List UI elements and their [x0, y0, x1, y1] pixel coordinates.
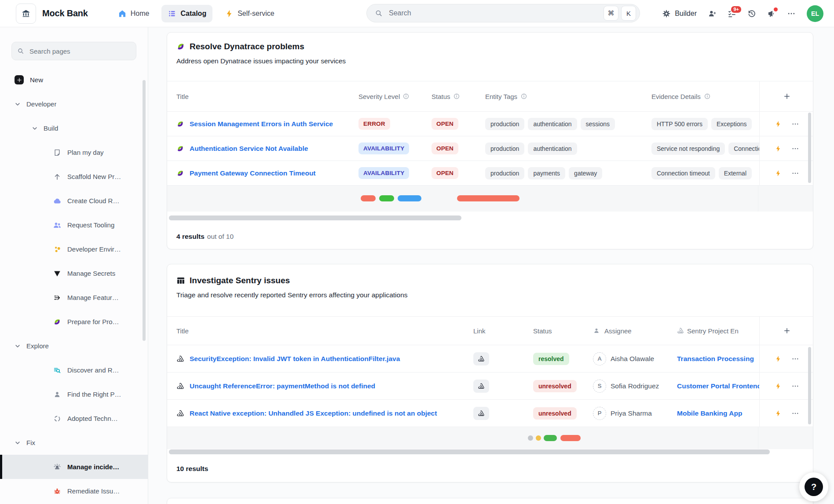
status-badge: unresolved [533, 407, 577, 420]
sidebar-item-manage-features[interactable]: Manage Featur… [0, 285, 148, 310]
results-count: 10 results [176, 465, 208, 473]
kbd-k: K [621, 6, 636, 21]
builder-button[interactable]: Builder [662, 9, 697, 18]
global-search-input[interactable] [388, 9, 601, 18]
sidebar-item-prepare-for-production[interactable]: Prepare for Pro… [0, 310, 148, 334]
sidebar-item-manage-secrets[interactable]: Manage Secrets [0, 261, 148, 285]
sentry-link-button[interactable] [473, 407, 489, 420]
chevron-down-icon [15, 440, 21, 446]
sentry-link-button[interactable] [473, 380, 489, 393]
run-action-lightning-icon[interactable] [775, 121, 782, 128]
table-row: Payment Gateway Connection Timeout AVAIL… [167, 161, 813, 186]
vertical-scrollbar[interactable] [808, 113, 811, 183]
row-title-link[interactable]: Uncaught ReferenceError: paymentMethod i… [190, 382, 375, 390]
nav-tab-self-service[interactable]: Self-service [219, 5, 281, 22]
column-evidence: Evidence Details [651, 93, 701, 100]
run-action-lightning-icon[interactable] [775, 170, 782, 177]
entity-tag: production [485, 167, 524, 179]
sentry-project-link[interactable]: Transaction Processing [677, 355, 754, 362]
info-icon[interactable] [454, 93, 460, 99]
sidebar-group-developer[interactable]: Developer [0, 92, 148, 116]
vertical-scrollbar[interactable] [808, 347, 811, 424]
assignee-avatar: A [593, 352, 606, 365]
sidebar-group-build[interactable]: Build [0, 116, 148, 140]
row-more-button[interactable] [791, 145, 799, 153]
more-menu-button[interactable] [787, 9, 796, 18]
row-title-link[interactable]: React Native exception: Unhandled JS Exc… [190, 409, 437, 417]
results-count: 4 results [176, 233, 205, 241]
row-preview-pill [560, 435, 581, 441]
run-action-lightning-icon[interactable] [775, 355, 782, 362]
nav-tab-catalog[interactable]: Catalog [161, 5, 212, 22]
sentry-project-link[interactable]: Mobile Banking App [677, 409, 742, 417]
sidebar-search-input[interactable] [29, 47, 131, 55]
horizontal-scrollbar[interactable] [169, 215, 461, 220]
row-more-button[interactable] [791, 409, 799, 417]
sentry-card: Investigate Sentry issues Triage and res… [167, 264, 813, 482]
sidebar-item-manage-incidents[interactable]: Manage incide… [0, 455, 148, 479]
evidence-pill: Exceptions [711, 118, 752, 130]
nav-tab-home[interactable]: Home [112, 5, 156, 22]
row-title-link[interactable]: SecurityException: Invalid JWT token in … [190, 355, 400, 363]
sidebar-item-create-cloud[interactable]: Create Cloud R… [0, 189, 148, 213]
sidebar-item-developer-environments[interactable]: Developer Envir… [0, 237, 148, 261]
clipped-next-row [167, 427, 813, 449]
history-clock-icon [747, 9, 756, 18]
sentry-link-button[interactable] [473, 352, 489, 365]
arrow-up-icon [53, 173, 62, 181]
sidebar-group-label: Explore [26, 342, 49, 350]
search-icon [17, 47, 24, 55]
sidebar-item-remediate-issues[interactable]: Remediate Issu… [0, 479, 148, 503]
sidebar-item-request-tooling[interactable]: Request Tooling [0, 213, 148, 237]
row-more-button[interactable] [791, 382, 799, 390]
sidebar-item-label: Remediate Issu… [67, 487, 120, 495]
sidebar-new-label: New [30, 76, 43, 84]
dynatrace-card-header: Resolve Dynatrace problems Address open … [167, 33, 813, 81]
vault-triangle-icon [53, 270, 62, 278]
column-title: Title [176, 93, 189, 100]
run-action-lightning-icon[interactable] [775, 410, 782, 417]
top-navbar: Mock Bank Home Catalog Self-service ⌘ K … [0, 0, 834, 27]
global-search[interactable]: ⌘ K [366, 4, 640, 22]
sidebar-item-adopted-technologies[interactable]: Adopted Techn… [0, 406, 148, 431]
sidebar-search[interactable] [11, 42, 136, 60]
dynatrace-icon [176, 145, 184, 153]
row-title-link[interactable]: Authentication Service Not Available [190, 145, 308, 153]
horizontal-scrollbar[interactable] [169, 449, 770, 454]
sidebar-item-discover[interactable]: Discover and R… [0, 358, 148, 382]
info-icon[interactable] [521, 93, 527, 99]
sidebar-item-label: Developer Envir… [67, 245, 121, 253]
user-avatar[interactable]: EL [807, 5, 823, 22]
announcements-button[interactable] [767, 9, 776, 18]
dashed-circle-icon [53, 415, 62, 423]
column-status: Status [432, 93, 450, 100]
row-title-link[interactable]: Session Management Errors in Auth Servic… [190, 120, 333, 128]
sidebar-group-fix[interactable]: Fix [0, 431, 148, 455]
row-more-button[interactable] [791, 169, 799, 177]
assignee-name: Aisha Olawale [611, 355, 654, 363]
row-more-button[interactable] [791, 120, 799, 128]
history-button[interactable] [747, 9, 756, 18]
severity-badge: AVAILABILITY [358, 142, 409, 154]
help-button[interactable]: ? [799, 472, 828, 501]
sidebar-group-label: Build [44, 124, 58, 132]
add-column-button[interactable] [783, 327, 791, 335]
row-title-link[interactable]: Payment Gateway Connection Timeout [190, 169, 316, 177]
tasks-button[interactable]: 9+ [728, 9, 736, 18]
brand-logo[interactable] [16, 4, 36, 24]
add-column-button[interactable] [783, 92, 791, 100]
sidebar-item-plan-my-day[interactable]: Plan my day [0, 140, 148, 164]
evidence-pill: Connection [728, 142, 759, 155]
info-icon[interactable] [403, 93, 409, 99]
invite-user-button[interactable] [708, 9, 717, 18]
run-action-lightning-icon[interactable] [775, 145, 782, 152]
info-icon[interactable] [704, 93, 710, 99]
row-more-button[interactable] [791, 355, 799, 363]
sidebar-scrollbar[interactable] [143, 80, 146, 341]
sidebar-item-find-the-right[interactable]: Find the Right P… [0, 382, 148, 406]
sentry-project-link[interactable]: Customer Portal Frontend [677, 382, 759, 390]
run-action-lightning-icon[interactable] [775, 383, 782, 390]
sidebar-item-scaffold-new[interactable]: Scaffold New Pr… [0, 164, 148, 189]
sidebar-new-button[interactable]: New [0, 68, 148, 92]
sidebar-group-explore[interactable]: Explore [0, 334, 148, 358]
